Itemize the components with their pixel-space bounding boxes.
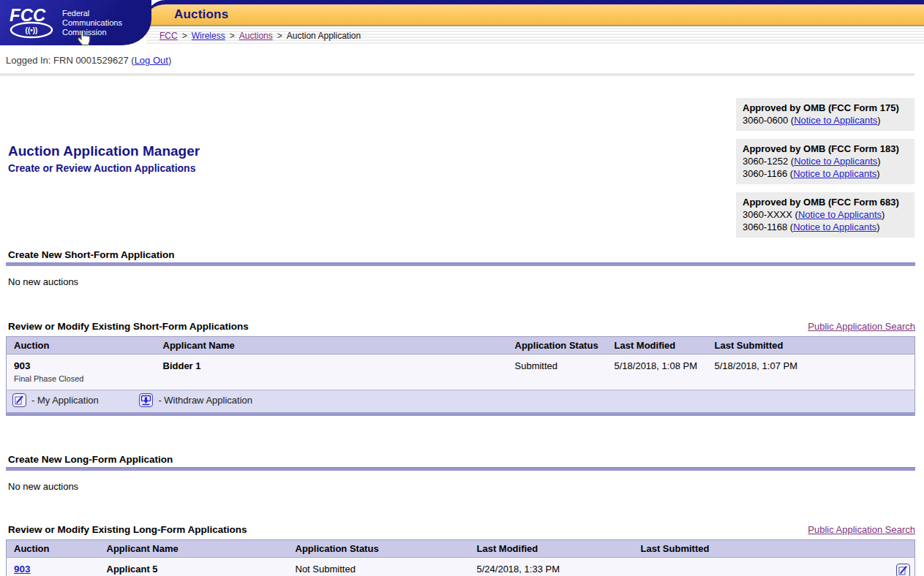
breadcrumb-current: Auction Application (287, 31, 361, 41)
section-title-review-short: Review or Modify Existing Short-Form App… (8, 321, 249, 332)
last-submitted: 5/18/2018, 1:07 PM (707, 355, 915, 374)
no-new-auctions-text: No new auctions (8, 481, 924, 492)
table-row: 903 Applicant 5 Not Submitted 5/24/2018,… (7, 558, 915, 576)
column-header-last-submitted: Last Submitted (707, 337, 915, 355)
applicant-name: Bidder 1 (156, 355, 508, 374)
column-header-auction: Auction (7, 540, 99, 558)
breadcrumb-separator: > (182, 31, 187, 41)
legend-label: - My Application (31, 395, 99, 406)
section-divider-bar (6, 262, 915, 266)
auction-number: 903 (7, 355, 156, 374)
table-header-row: Auction Applicant Name Application Statu… (7, 540, 915, 558)
auction-number-link[interactable]: 903 (14, 564, 31, 575)
withdraw-application-icon (139, 393, 153, 407)
column-header-actions (882, 540, 915, 558)
table-legend-row: - My Application - Withdraw Application (7, 390, 915, 414)
app-title: Auctions (174, 7, 228, 22)
table-row-note: Final Phase Closed (7, 373, 915, 390)
public-application-search-link[interactable]: Public Application Search (808, 321, 915, 332)
omb-approval-boxes: Approved by OMB (FCC Form 175) 3060-0600… (736, 98, 914, 238)
notice-to-applicants-link[interactable]: Notice to Applicants (794, 156, 877, 167)
column-header-application-status: Application Status (508, 337, 607, 355)
application-status: Submitted (508, 355, 607, 374)
my-application-edit-button[interactable] (896, 564, 910, 576)
long-form-applications-table: Auction Applicant Name Application Statu… (6, 539, 915, 576)
column-header-application-status: Application Status (288, 540, 470, 558)
last-modified: 5/18/2018, 1:08 PM (607, 355, 707, 374)
short-form-applications-table: Auction Applicant Name Application Statu… (6, 336, 915, 416)
section-review-short-form: Review or Modify Existing Short-Form App… (0, 321, 924, 416)
hand-cursor-icon (75, 26, 91, 46)
column-header-auction: Auction (7, 337, 156, 355)
fcc-logo-icon: FCC ((•)) (7, 6, 56, 39)
page-header: Auctions FCC > Wireless > Auctions > Auc… (0, 0, 924, 45)
notice-to-applicants-link[interactable]: Notice to Applicants (794, 115, 877, 126)
my-application-icon (12, 393, 26, 407)
notice-to-applicants-link[interactable]: Notice to Applicants (798, 209, 882, 220)
breadcrumb-separator: > (230, 31, 235, 41)
page-title: Auction Application Manager (8, 143, 200, 159)
legend-withdraw-application: - Withdraw Application (139, 393, 252, 407)
app-title-bar: Auctions (146, 0, 924, 26)
last-submitted (634, 558, 882, 576)
section-review-long-form: Review or Modify Existing Long-Form Appl… (0, 524, 924, 576)
notice-to-applicants-link[interactable]: Notice to Applicants (793, 221, 876, 232)
breadcrumb-auctions[interactable]: Auctions (239, 31, 273, 41)
notice-to-applicants-link[interactable]: Notice to Applicants (793, 168, 876, 179)
breadcrumb-wireless[interactable]: Wireless (192, 31, 225, 41)
auction-phase-note: Final Phase Closed (7, 373, 915, 390)
logout-link[interactable]: Log Out (135, 55, 168, 66)
page-subtitle: Create or Review Auction Applications (8, 162, 200, 174)
applicant-name: Applicant 5 (99, 558, 288, 576)
section-title-create-short: Create New Short-Form Application (8, 249, 175, 260)
omb-box-form-175: Approved by OMB (FCC Form 175) 3060-0600… (736, 98, 914, 131)
breadcrumb-fcc[interactable]: FCC (159, 31, 178, 41)
column-header-last-modified: Last Modified (607, 337, 707, 355)
section-create-short-form: Create New Short-Form Application No new… (0, 249, 924, 287)
login-status: Logged In: FRN 0001529627 (Log Out) (6, 55, 924, 66)
column-header-last-modified: Last Modified (470, 540, 634, 558)
application-status: Not Submitted (288, 558, 470, 576)
legend-label: - Withdraw Application (158, 395, 252, 406)
column-header-applicant-name: Applicant Name (99, 540, 288, 558)
horizontal-divider (0, 73, 914, 76)
login-text: Logged In: FRN 0001529627 ( (6, 55, 135, 66)
fcc-org-name: Federal Communications Commission (62, 9, 122, 37)
section-create-long-form: Create New Long-Form Application No new … (0, 454, 924, 492)
page-title-block: Auction Application Manager Create or Re… (8, 143, 200, 238)
section-title-review-long: Review or Modify Existing Long-Form Appl… (8, 524, 247, 535)
section-title-create-long: Create New Long-Form Application (8, 454, 173, 465)
breadcrumb: FCC > Wireless > Auctions > Auction Appl… (146, 26, 924, 45)
legend-my-application: - My Application (12, 393, 99, 407)
table-row: 903 Bidder 1 Submitted 5/18/2018, 1:08 P… (7, 355, 915, 374)
breadcrumb-separator: > (277, 31, 282, 41)
no-new-auctions-text: No new auctions (8, 276, 924, 287)
column-header-applicant-name: Applicant Name (156, 337, 508, 355)
section-divider-bar (6, 467, 915, 471)
public-application-search-link[interactable]: Public Application Search (808, 524, 915, 535)
svg-text:((•)): ((•)) (26, 26, 38, 34)
omb-box-form-683: Approved by OMB (FCC Form 683) 3060-XXXX… (736, 192, 914, 238)
table-header-row: Auction Applicant Name Application Statu… (7, 337, 915, 355)
column-header-last-submitted: Last Submitted (634, 540, 882, 558)
last-modified: 5/24/2018, 1:33 PM (470, 558, 634, 576)
omb-box-form-183: Approved by OMB (FCC Form 183) 3060-1252… (736, 139, 914, 184)
